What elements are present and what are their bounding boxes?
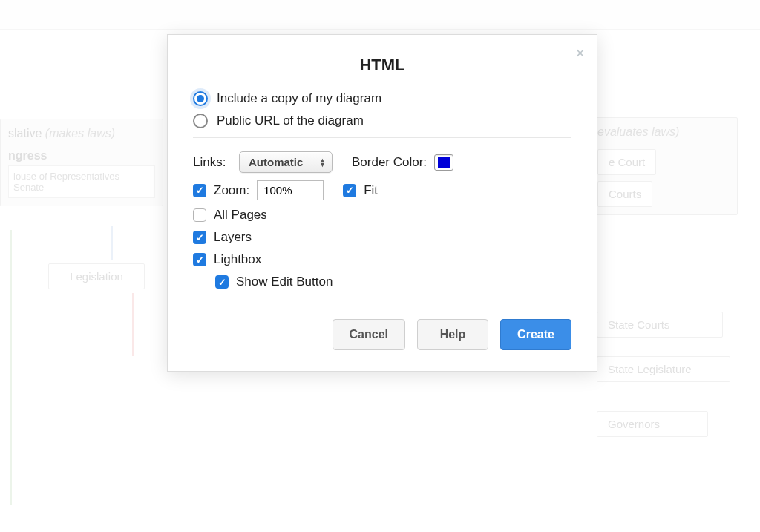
show-edit-checkbox[interactable]: ✓	[215, 275, 229, 289]
links-select-value: Automatic	[249, 156, 303, 168]
links-border-row: Links: Automatic ▲▼ Border Color:	[193, 151, 571, 173]
links-label: Links:	[193, 155, 232, 170]
radio-unselected-icon	[193, 114, 208, 128]
fit-checkbox[interactable]: ✓	[343, 184, 356, 197]
radio-include-copy-label: Include a copy of my diagram	[217, 91, 381, 106]
show-edit-label: Show Edit Button	[236, 275, 332, 289]
create-button[interactable]: Create	[500, 319, 571, 350]
divider	[193, 137, 571, 138]
all-pages-checkbox[interactable]	[193, 208, 206, 222]
show-edit-row: ✓ Show Edit Button	[215, 275, 571, 289]
select-arrows-icon: ▲▼	[319, 158, 326, 167]
lightbox-row: ✓ Lightbox	[193, 252, 571, 267]
links-select[interactable]: Automatic ▲▼	[239, 151, 332, 173]
layers-row: ✓ Layers	[193, 230, 571, 245]
color-swatch-icon	[438, 157, 450, 168]
lightbox-checkbox[interactable]: ✓	[193, 253, 206, 266]
cancel-button[interactable]: Cancel	[332, 319, 405, 350]
dialog-button-row: Cancel Help Create	[193, 319, 571, 350]
radio-public-url[interactable]: Public URL of the diagram	[193, 114, 571, 128]
radio-public-url-label: Public URL of the diagram	[217, 114, 364, 128]
radio-selected-icon	[193, 91, 208, 106]
zoom-fit-row: ✓ Zoom: ✓ Fit	[193, 180, 571, 200]
layers-checkbox[interactable]: ✓	[193, 231, 206, 244]
lightbox-label: Lightbox	[214, 252, 261, 267]
dialog-title: HTML	[193, 56, 571, 75]
all-pages-row: All Pages	[193, 208, 571, 223]
zoom-label: Zoom:	[214, 183, 249, 198]
help-button[interactable]: Help	[417, 319, 488, 350]
border-color-label: Border Color:	[352, 155, 427, 170]
export-html-dialog: × HTML Include a copy of my diagram Publ…	[167, 34, 597, 372]
radio-include-copy[interactable]: Include a copy of my diagram	[193, 91, 571, 106]
border-color-picker[interactable]	[434, 154, 453, 171]
zoom-input[interactable]	[257, 180, 324, 200]
close-icon[interactable]: ×	[575, 44, 585, 63]
all-pages-label: All Pages	[214, 208, 267, 223]
fit-label: Fit	[364, 183, 378, 198]
zoom-checkbox[interactable]: ✓	[193, 184, 206, 197]
layers-label: Layers	[214, 230, 252, 245]
